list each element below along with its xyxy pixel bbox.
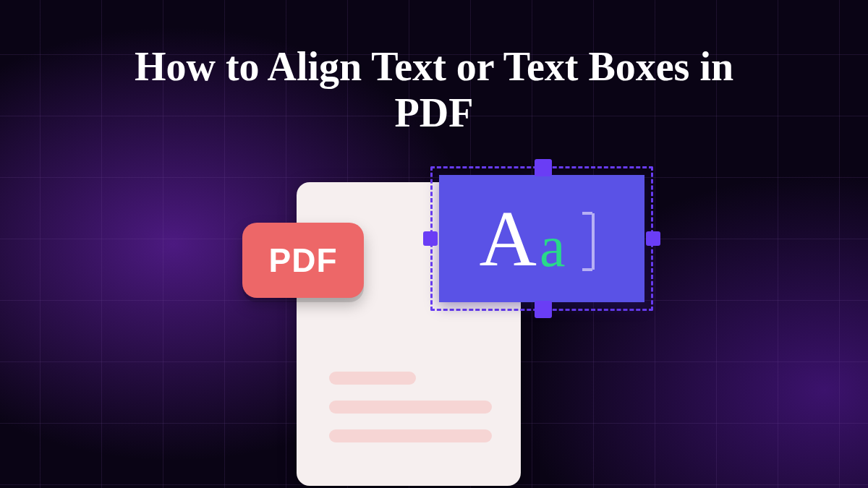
selection-box: A a xyxy=(430,166,653,311)
pdf-badge-label: PDF xyxy=(269,241,338,280)
document-text-line xyxy=(329,372,416,385)
document-text-line xyxy=(329,401,492,414)
pdf-badge: PDF xyxy=(242,223,364,298)
resize-handle-left xyxy=(423,231,438,246)
page-title: How to Align Text or Text Boxes in PDF xyxy=(109,43,760,137)
text-box-panel: A a xyxy=(439,175,644,302)
hero-illustration: PDF A a xyxy=(217,166,651,488)
resize-handle-top xyxy=(535,159,552,176)
resize-handle-bottom xyxy=(535,301,552,318)
sample-letters: A a xyxy=(439,175,644,302)
document-text-line xyxy=(329,429,492,442)
lowercase-letter: a xyxy=(540,218,566,275)
uppercase-letter: A xyxy=(480,199,537,278)
resize-handle-right xyxy=(646,231,660,246)
text-cursor-icon xyxy=(582,209,604,274)
